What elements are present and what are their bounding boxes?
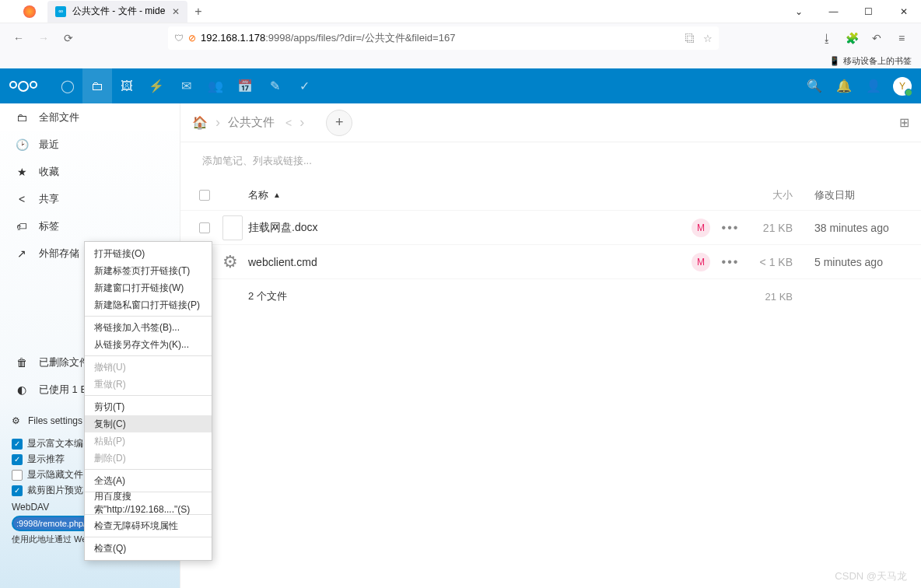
library-icon[interactable]: ↶: [865, 27, 888, 49]
more-actions-button[interactable]: •••: [715, 255, 746, 269]
grid-view-icon[interactable]: ⊞: [899, 115, 909, 130]
breadcrumb-current[interactable]: 公共文件: [228, 115, 275, 130]
app-files[interactable]: 🗀: [82, 68, 112, 103]
file-size: 21 KB: [746, 222, 800, 234]
ctx-bookmark[interactable]: 将链接加入书签(B)...: [85, 319, 212, 336]
summary-row: 2 个文件 21 KB: [180, 279, 921, 313]
ctx-copy[interactable]: 复制(C): [85, 415, 212, 432]
file-name[interactable]: 挂载网盘.docx: [248, 221, 687, 235]
file-date: 5 minutes ago: [800, 256, 909, 268]
breadcrumb: 🏠 › 公共文件 < › + ⊞: [180, 103, 921, 142]
file-row[interactable]: ⚙ webclient.cmd M ••• < 1 KB 5 minutes a…: [180, 245, 921, 279]
url-bar[interactable]: 🛡 ⊘ 192.168.1.178:9998/apps/files/?dir=/…: [168, 26, 719, 50]
file-name[interactable]: webclient.cmd: [248, 256, 687, 268]
ctx-select-all[interactable]: 全选(A): [85, 472, 212, 489]
app-header: ◯ 🗀 🖼 ⚡ ✉ 👥 📅 ✎ ✓ 🔍 🔔 👤 Y: [0, 68, 921, 103]
bookmark-star-icon[interactable]: ☆: [703, 33, 713, 44]
sidebar-item-all-files[interactable]: 🗀 全部文件: [0, 103, 180, 131]
bookmark-bar: 📱 移动设备上的书签: [0, 53, 921, 68]
share-avatar[interactable]: M: [692, 219, 710, 237]
app-mail[interactable]: ✉: [171, 68, 201, 103]
app-contacts[interactable]: 👥: [201, 68, 230, 103]
app-photos[interactable]: 🖼: [112, 68, 142, 103]
home-icon[interactable]: 🏠: [192, 115, 208, 130]
ctx-cut[interactable]: 剪切(T): [85, 398, 212, 415]
storage-icon: ◐: [16, 383, 28, 396]
back-button[interactable]: ←: [8, 27, 30, 49]
sidebar-item-favorites[interactable]: ★ 收藏: [0, 158, 180, 185]
app-calendar[interactable]: 📅: [230, 68, 260, 103]
file-list-header: 名称 ▲ 大小 修改日期: [180, 180, 921, 211]
chevron-right-icon: ›: [215, 114, 220, 131]
reload-button[interactable]: ⟳: [58, 27, 79, 49]
notifications-icon[interactable]: 🔔: [829, 68, 859, 103]
clock-icon: 🕑: [16, 138, 28, 151]
extension-icon[interactable]: 🧩: [840, 27, 863, 49]
download-icon[interactable]: ⭳: [815, 27, 839, 49]
select-all-checkbox[interactable]: [192, 190, 217, 201]
separator: [85, 395, 212, 396]
ctx-open-link[interactable]: 打开链接(O): [85, 245, 212, 262]
more-actions-button[interactable]: •••: [715, 221, 746, 235]
tab-title: 公共文件 - 文件 - mide: [72, 5, 165, 18]
share-avatar[interactable]: M: [692, 253, 710, 271]
context-menu: 打开链接(O) 新建标签页打开链接(T) 新建窗口打开链接(W) 新建隐私窗口打…: [84, 241, 212, 561]
summary-size: 21 KB: [746, 291, 800, 303]
toolbar-icons: ⭳ 🧩 ↶ ≡: [815, 27, 913, 49]
avatar[interactable]: Y: [893, 77, 912, 96]
ctx-new-window[interactable]: 新建窗口打开链接(W): [85, 279, 212, 296]
close-icon[interactable]: ✕: [172, 6, 180, 17]
ctx-delete: 删除(D): [85, 450, 212, 467]
file-content: 🏠 › 公共文件 < › + ⊞ 添加笔记、列表或链接... 名称 ▲ 大小 修…: [180, 103, 921, 588]
app-nav: ◯ 🗀 🖼 ⚡ ✉ 👥 📅 ✎ ✓: [53, 68, 319, 103]
file-row[interactable]: 挂载网盘.docx M ••• 21 KB 38 minutes ago: [180, 211, 921, 245]
ctx-search[interactable]: 用百度搜索"http://192.168...."(S): [85, 495, 212, 512]
header-size[interactable]: 大小: [746, 188, 800, 202]
separator: [85, 469, 212, 470]
app-dashboard[interactable]: ◯: [53, 68, 82, 103]
app-tasks[interactable]: ✓: [289, 68, 319, 103]
firefox-logo-icon: [23, 5, 36, 18]
close-button[interactable]: ✕: [886, 0, 921, 23]
sidebar-item-recent[interactable]: 🕑 最近: [0, 131, 180, 158]
checkbox-icon: [12, 470, 23, 481]
browser-nav-bar: ← → ⟳ 🛡 ⊘ 192.168.1.178:9998/apps/files/…: [0, 23, 921, 53]
bookmark-mobile[interactable]: 📱 移动设备上的书签: [829, 55, 912, 67]
sidebar-item-shares[interactable]: < 共享: [0, 185, 180, 212]
minimize-button[interactable]: —: [816, 0, 851, 23]
header-name[interactable]: 名称 ▲: [248, 188, 687, 202]
ctx-new-tab[interactable]: 新建标签页打开链接(T): [85, 262, 212, 279]
gear-icon: ⚙: [222, 252, 243, 272]
translate-icon[interactable]: ⿻: [685, 33, 695, 44]
chevron-down-icon[interactable]: ⌄: [781, 0, 816, 23]
app-activity[interactable]: ⚡: [142, 68, 171, 103]
header-date[interactable]: 修改日期: [800, 188, 909, 202]
nextcloud-logo-icon[interactable]: [9, 81, 37, 92]
contacts-icon[interactable]: 👤: [859, 68, 888, 103]
add-button[interactable]: +: [326, 110, 352, 136]
chevron-right-icon: ›: [299, 114, 304, 131]
app-notes[interactable]: ✎: [260, 68, 289, 103]
maximize-button[interactable]: ☐: [851, 0, 886, 23]
sort-asc-icon: ▲: [273, 191, 281, 199]
gear-icon: ⚙: [12, 415, 20, 426]
ctx-inspect[interactable]: 检查(Q): [85, 540, 212, 557]
sidebar-item-tags[interactable]: 🏷 标签: [0, 212, 180, 240]
browser-tab[interactable]: ∞ 公共文件 - 文件 - mide ✕: [47, 1, 187, 23]
new-tab-button[interactable]: +: [187, 1, 209, 23]
summary-count: 2 个文件: [248, 289, 687, 303]
url-text: 192.168.1.178:9998/apps/files/?dir=/公共文件…: [201, 31, 455, 45]
folder-icon: 🗀: [16, 111, 28, 124]
ctx-new-private[interactable]: 新建隐私窗口打开链接(P): [85, 296, 212, 313]
nextcloud-favicon-icon: ∞: [55, 6, 66, 17]
document-icon: [222, 215, 243, 240]
menu-icon[interactable]: ≡: [890, 27, 913, 49]
search-icon[interactable]: 🔍: [800, 68, 829, 103]
star-icon: ★: [16, 166, 28, 178]
forward-button[interactable]: →: [33, 27, 54, 49]
notes-input[interactable]: 添加笔记、列表或链接...: [180, 142, 921, 180]
ctx-a11y[interactable]: 检查无障碍环境属性: [85, 517, 212, 534]
row-checkbox[interactable]: [192, 222, 217, 233]
share-icon[interactable]: <: [285, 117, 292, 129]
ctx-save-as[interactable]: 从链接另存文件为(K)...: [85, 336, 212, 353]
